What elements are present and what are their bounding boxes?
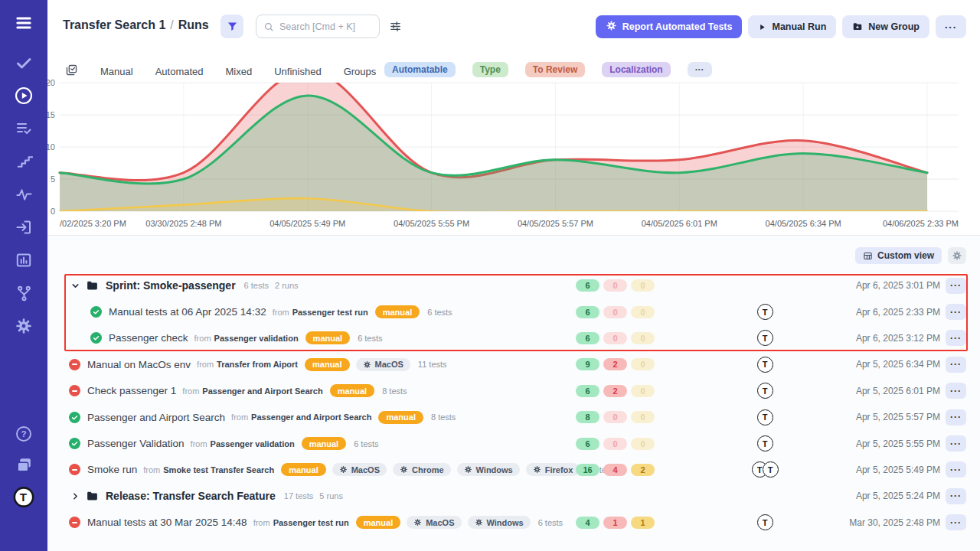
row-more-button[interactable]: ··· [946,514,966,530]
sidebar-item-docs-icon[interactable] [13,455,34,476]
passed-count-pill: 6 [576,332,599,344]
avatar[interactable]: T [757,357,773,373]
env-chip-macos[interactable]: MacOS [407,516,461,529]
avatar[interactable]: T [757,330,773,346]
from-label: from [253,518,270,527]
manual-badge: manual [356,516,401,529]
avatar[interactable]: T [757,383,773,399]
avatar[interactable]: T [757,514,773,530]
sidebar-item-activity-icon[interactable] [13,184,34,205]
failed-count-pill: 0 [603,306,627,318]
run-row[interactable]: Check passenger 1fromPassenger and Airpo… [47,378,980,404]
avatar[interactable]: T [757,435,773,452]
svg-text:04/05/2025 6:34 PM: 04/05/2025 6:34 PM [766,219,841,228]
group-row[interactable]: Release: Transfer Search Feature17 tests… [47,483,980,509]
row-more-button[interactable]: ··· [946,383,966,399]
tune-icon[interactable] [389,20,402,36]
filter-button[interactable] [220,15,243,38]
tab-automated[interactable]: Automated [155,66,204,77]
avatar[interactable]: T [763,461,779,478]
play-icon [758,23,766,31]
tag-chip-[interactable]: ··· [688,62,712,77]
new-group-button[interactable]: New Group [842,15,929,38]
result-counts: 600 [576,279,655,292]
failed-count-pill: 2 [603,385,627,397]
group-meta: 6 tests [244,281,269,290]
env-chip-firefox[interactable]: Firefox [526,463,580,476]
env-label: Windows [487,518,524,527]
row-more-button[interactable]: ··· [946,278,966,294]
row-more-button[interactable]: ··· [946,330,966,346]
chevron-down-icon[interactable] [69,279,81,292]
env-chip-chrome[interactable]: Chrome [393,463,451,476]
search-input[interactable] [279,21,368,32]
skipped-count-pill: 0 [631,358,655,370]
search-box[interactable] [256,15,380,38]
tab-mixed[interactable]: Mixed [226,66,253,77]
manual-badge: manual [305,358,350,371]
view-settings-gear-button[interactable] [948,247,966,264]
row-more-button[interactable]: ··· [946,435,966,452]
env-chip-macos[interactable]: MacOS [356,358,410,371]
header-more-button[interactable]: ··· [936,15,966,38]
run-row[interactable]: Manual tests at 06 Apr 2025 14:32fromPas… [47,298,980,324]
sidebar-item-branch-icon[interactable] [13,282,34,304]
chevron-right-icon[interactable] [69,490,81,502]
row-more-button[interactable]: ··· [946,461,966,478]
sidebar-item-list-check-icon[interactable] [13,118,34,139]
runs-list: Sprint: Smoke-passenger6 tests2 runs600A… [47,272,980,536]
sidebar-item-logo-icon[interactable]: T [13,486,34,507]
run-row[interactable]: Manual on MacOs envfromTransfer from Aip… [47,351,980,377]
passed-count-pill: 16 [576,464,599,476]
row-more-button[interactable]: ··· [946,357,966,373]
report-automated-tests-button[interactable]: Report Automated Tests [596,15,743,38]
sidebar-item-gear-icon[interactable] [13,315,34,337]
env-chip-macos[interactable]: MacOS [332,463,387,476]
svg-text:04/05/2025 5:49 PM: 04/05/2025 5:49 PM [270,219,345,228]
svg-text:20: 20 [47,78,55,87]
row-more-button[interactable]: ··· [946,304,966,320]
header-actions: Report Automated Tests Manual Run New Gr… [596,15,966,38]
tag-chip-type[interactable]: Type [472,62,508,77]
sidebar-item-play-circle-icon[interactable] [13,85,34,106]
sidebar-item-bar-chart-icon[interactable] [13,249,34,271]
avatar[interactable]: T [757,409,773,425]
tab-groups[interactable]: Groups [344,66,377,77]
svg-text:5: 5 [51,174,55,184]
group-row[interactable]: Sprint: Smoke-passenger6 tests2 runs600A… [47,272,980,298]
sidebar-item-menu-icon[interactable] [13,12,34,34]
env-chip-windows[interactable]: Windows [468,516,531,529]
tests-count: 8 tests [382,386,407,396]
tag-chip-toreview[interactable]: To Review [525,62,585,77]
run-row[interactable]: Passenger ValidationfromPassenger valida… [47,430,980,456]
manual-run-button[interactable]: Manual Run [748,15,836,38]
row-more-button[interactable]: ··· [946,409,966,425]
custom-view-button[interactable]: Custom view [855,247,942,264]
run-date: Apr 5, 2025 5:49 PM [856,465,940,475]
skipped-count-pill: 0 [631,279,655,292]
env-chip-windows[interactable]: Windows [457,463,520,476]
breadcrumb-project[interactable]: Transfer Search 1 [63,18,165,31]
assignee-avatars: T [750,357,780,373]
assignee-avatars: T [750,435,780,452]
run-date: Apr 5, 2025 5:24 PM [856,491,940,501]
sidebar-item-steps-icon[interactable] [13,151,34,172]
run-row[interactable]: Passenger checkfromPassenger validationm… [47,325,980,351]
sidebar-item-help-icon[interactable]: ? [13,423,34,445]
row-more-button[interactable]: ··· [946,488,966,504]
avatar[interactable]: T [757,304,773,320]
manual-badge: manual [375,305,420,318]
svg-text:15: 15 [47,110,55,119]
tag-chip-automatable[interactable]: Automatable [384,62,456,77]
run-row[interactable]: Passenger and Airport SearchfromPassenge… [47,404,980,430]
run-row[interactable]: Smoke runfromSmoke test Transfer Searchm… [47,457,980,483]
breadcrumb-section: Runs [178,18,209,31]
tab-manual[interactable]: Manual [100,66,133,77]
tag-chip-localization[interactable]: Localization [602,62,670,77]
tab-unfinished[interactable]: Unfinished [274,66,321,77]
run-source: Passenger and Airport Search [202,386,322,396]
sidebar-item-check-icon[interactable] [13,52,34,73]
breadcrumb-separator: / [165,18,178,31]
sidebar-item-import-icon[interactable] [13,217,34,238]
run-row[interactable]: Manual tests at 30 Mar 2025 14:48fromPas… [47,510,980,536]
